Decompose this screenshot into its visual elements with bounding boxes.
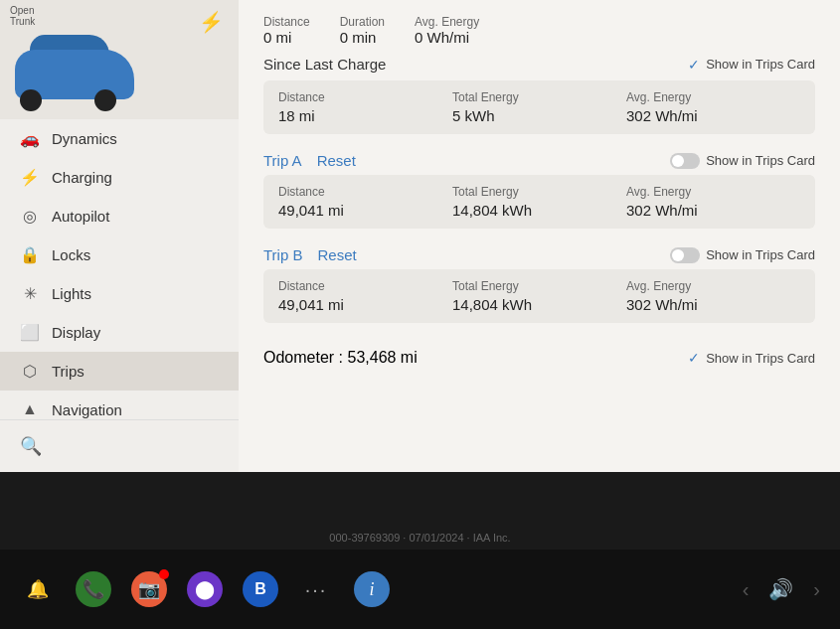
sidebar-item-autopilot-label: Autopilot: [52, 208, 109, 225]
trip-b-total-energy: Total Energy 14,804 kWh: [452, 279, 626, 313]
odometer-label: Odometer :: [263, 349, 343, 366]
top-stat-avg-energy: Avg. Energy 0 Wh/mi: [415, 15, 479, 46]
sidebar-item-locks[interactable]: 🔒 Locks: [0, 236, 239, 274]
taskbar-left: 🔔 📞 📷 ⬤ B ··· i: [20, 571, 390, 607]
sidebar-item-trips[interactable]: ⬡ Trips: [0, 352, 239, 391]
duration-value: 0 min: [340, 29, 385, 46]
trip-b-reset[interactable]: Reset: [317, 246, 356, 263]
car-wheel-rear: [94, 89, 116, 111]
since-last-charge-stats: Distance 18 mi Total Energy 5 kWh Avg. E…: [263, 80, 815, 134]
trip-b-section: Trip B Reset Show in Trips Card Distance…: [263, 246, 815, 323]
sidebar-item-display-label: Display: [52, 324, 100, 341]
trips-icon: ⬡: [20, 362, 40, 381]
trip-b-avg-energy: Avg. Energy 302 Wh/mi: [626, 279, 800, 313]
distance-value: 0 mi: [263, 29, 310, 46]
trip-b-total-energy-value: 14,804 kWh: [452, 296, 626, 313]
since-last-avg-energy: Avg. Energy 302 Wh/mi: [626, 90, 800, 124]
odometer-show-trips-label: Show in Trips Card: [706, 351, 815, 366]
sidebar-item-dynamics-label: Dynamics: [52, 130, 117, 147]
top-stat-distance: Distance 0 mi: [263, 15, 310, 46]
sidebar-item-display[interactable]: ⬜ Display: [0, 313, 239, 352]
media-button[interactable]: ⬤: [187, 571, 223, 607]
since-last-total-energy: Total Energy 5 kWh: [452, 90, 626, 124]
odometer-value: 53,468 mi: [347, 349, 417, 366]
trip-b-toggle-knob: [672, 249, 684, 261]
trip-a-section: Trip A Reset Show in Trips Card Distance…: [263, 152, 815, 229]
autopilot-icon: ◎: [20, 207, 40, 226]
camera-button[interactable]: 📷: [131, 571, 167, 607]
trip-b-show-trips-label: Show in Trips Card: [706, 247, 815, 262]
trip-a-reset[interactable]: Reset: [317, 152, 356, 169]
trip-a-total-energy: Total Energy 14,804 kWh: [452, 185, 626, 219]
sidebar-bottom: 🔍: [0, 419, 239, 472]
trip-a-distance-value: 49,041 mi: [278, 202, 452, 219]
top-stats-row: Distance 0 mi Duration 0 min Avg. Energy…: [263, 15, 815, 46]
sidebar-item-locks-label: Locks: [52, 246, 90, 263]
since-last-charge-section: Since Last Charge ✓ Show in Trips Card D…: [263, 56, 815, 134]
since-last-avg-energy-label: Avg. Energy: [626, 90, 800, 104]
trip-a-distance: Distance 49,041 mi: [278, 185, 452, 219]
avg-energy-label: Avg. Energy: [415, 15, 479, 29]
since-last-charge-header: Since Last Charge ✓ Show in Trips Card: [263, 56, 815, 73]
trip-b-distance-value: 49,041 mi: [278, 296, 452, 313]
trip-b-avg-energy-label: Avg. Energy: [626, 279, 800, 293]
more-options-button[interactable]: ···: [298, 571, 334, 607]
taskbar-right: ‹ 🔊 ›: [743, 577, 820, 601]
lights-icon: ✳: [20, 284, 40, 303]
since-last-charge-title: Since Last Charge: [263, 56, 386, 73]
trip-a-avg-energy: Avg. Energy 302 Wh/mi: [626, 185, 800, 219]
checkmark-icon: ✓: [688, 57, 700, 73]
trip-b-stats: Distance 49,041 mi Total Energy 14,804 k…: [263, 269, 815, 323]
sidebar-item-lights[interactable]: ✳ Lights: [0, 274, 239, 313]
since-last-total-energy-label: Total Energy: [452, 90, 626, 104]
trip-b-distance-label: Distance: [278, 279, 452, 293]
car-wheel-front: [20, 89, 42, 111]
alarm-icon-button[interactable]: 🔔: [20, 571, 56, 607]
since-last-total-energy-value: 5 kWh: [452, 107, 626, 124]
car-area: Open Trunk ⚡: [0, 0, 239, 119]
since-last-charge-show-trips-label: Show in Trips Card: [706, 57, 815, 72]
volume-button[interactable]: 🔊: [768, 577, 793, 601]
next-button[interactable]: ›: [813, 578, 820, 601]
sidebar-item-charging[interactable]: ⚡ Charging: [0, 158, 239, 197]
search-icon[interactable]: 🔍: [20, 436, 42, 456]
sidebar-item-charging-label: Charging: [52, 169, 112, 186]
sidebar-item-trips-label: Trips: [52, 363, 84, 380]
since-last-avg-energy-value: 302 Wh/mi: [626, 107, 800, 124]
trip-b-toggle[interactable]: [670, 247, 700, 263]
trip-b-total-energy-label: Total Energy: [452, 279, 626, 293]
trip-a-distance-label: Distance: [278, 185, 452, 199]
status-bar: 000-39769309 · 07/01/2024 · IAA Inc.: [0, 525, 840, 550]
trip-a-header: Trip A Reset Show in Trips Card: [263, 152, 815, 169]
sidebar: Open Trunk ⚡ 🚗 Dynamics ⚡ Charging ◎ Aut…: [0, 0, 239, 472]
trip-a-show-trips[interactable]: Show in Trips Card: [670, 153, 815, 169]
odometer-show-trips[interactable]: ✓ Show in Trips Card: [688, 350, 815, 366]
phone-button[interactable]: 📞: [76, 571, 111, 607]
sidebar-item-dynamics[interactable]: 🚗 Dynamics: [0, 119, 239, 158]
locks-icon: 🔒: [20, 245, 40, 264]
prev-button[interactable]: ‹: [743, 578, 750, 601]
trip-a-total-energy-value: 14,804 kWh: [452, 202, 626, 219]
trip-a-total-energy-label: Total Energy: [452, 185, 626, 199]
lightning-icon: ⚡: [199, 10, 224, 34]
info-button[interactable]: i: [354, 571, 390, 607]
trip-b-show-trips[interactable]: Show in Trips Card: [670, 247, 815, 263]
trip-a-link[interactable]: Trip A: [263, 152, 302, 169]
trip-b-avg-energy-value: 302 Wh/mi: [626, 296, 800, 313]
dynamics-icon: 🚗: [20, 129, 40, 148]
since-last-distance: Distance 18 mi: [278, 90, 452, 124]
sidebar-menu: 🚗 Dynamics ⚡ Charging ◎ Autopilot 🔒 Lock…: [0, 119, 239, 419]
sidebar-item-navigation-label: Navigation: [52, 401, 122, 418]
trip-a-toggle[interactable]: [670, 153, 700, 169]
since-last-charge-show-trips[interactable]: ✓ Show in Trips Card: [688, 57, 815, 73]
bluetooth-button[interactable]: B: [243, 571, 278, 607]
sidebar-item-navigation[interactable]: ▲ Navigation: [0, 391, 239, 419]
trip-a-avg-energy-label: Avg. Energy: [626, 185, 800, 199]
duration-label: Duration: [340, 15, 385, 29]
charging-icon: ⚡: [20, 168, 40, 187]
sidebar-item-autopilot[interactable]: ◎ Autopilot: [0, 197, 239, 236]
trip-b-link[interactable]: Trip B: [263, 246, 302, 263]
odometer-row: Odometer : 53,468 mi ✓ Show in Trips Car…: [263, 341, 815, 375]
trip-b-header: Trip B Reset Show in Trips Card: [263, 246, 815, 263]
taskbar: 🔔 📞 📷 ⬤ B ··· i ‹ 🔊 ›: [0, 550, 840, 629]
